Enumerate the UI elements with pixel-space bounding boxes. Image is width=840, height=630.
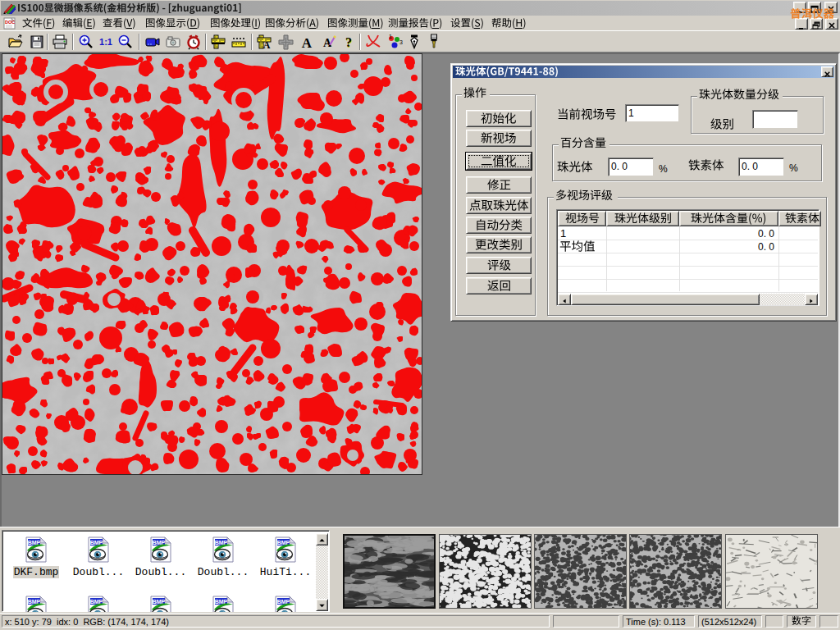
svg-text:BMP: BMP xyxy=(90,599,103,605)
svg-text:1:1: 1:1 xyxy=(99,37,112,47)
svg-text:1: 1 xyxy=(389,34,392,39)
svg-text:BMP: BMP xyxy=(153,599,166,605)
svg-text:3: 3 xyxy=(399,39,403,45)
svg-text:BMP: BMP xyxy=(215,599,228,605)
svg-text:BMP: BMP xyxy=(28,599,41,605)
svg-text:?: ? xyxy=(345,35,352,49)
svg-text:BMP: BMP xyxy=(215,540,228,546)
svg-text:BMP: BMP xyxy=(90,540,103,546)
svg-text:BMP: BMP xyxy=(277,599,290,605)
svg-text:BMP: BMP xyxy=(28,540,41,546)
svg-text:A: A xyxy=(302,35,313,50)
svg-text:DOC: DOC xyxy=(5,20,15,25)
svg-text:A: A xyxy=(263,39,271,50)
svg-text:BMP: BMP xyxy=(153,540,166,546)
svg-text:BMP: BMP xyxy=(277,540,290,546)
